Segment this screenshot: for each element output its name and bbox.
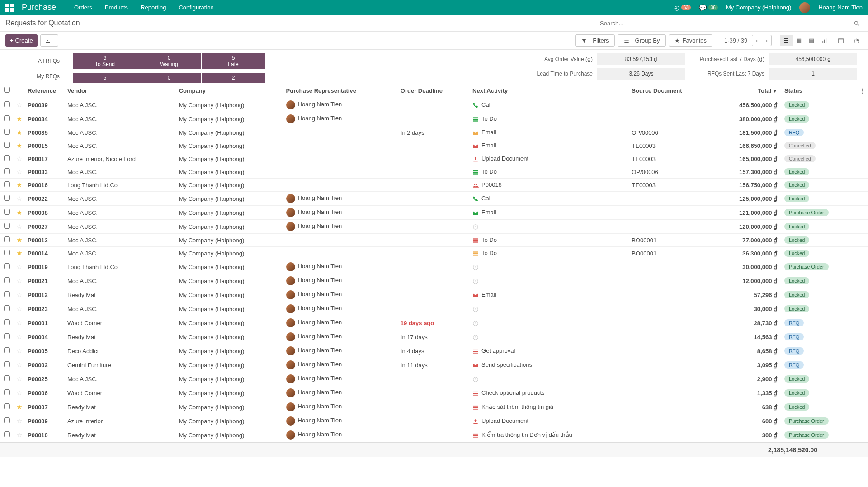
table-row[interactable]: ☆ P00022 Moc A JSC. My Company (Haiphong… [0,192,868,206]
group-icon[interactable] [472,182,479,189]
star-toggle[interactable]: ☆ [14,192,25,206]
row-checkbox[interactable] [4,389,10,395]
col-company[interactable]: Company [176,83,283,98]
star-toggle[interactable]: ☆ [14,414,25,428]
table-row[interactable]: ☆ P00017 Azure Interior, Nicole Ford My … [0,152,868,165]
row-checkbox[interactable] [4,403,10,409]
row-checkbox[interactable] [4,129,10,135]
table-row[interactable]: ☆ P00027 Moc A JSC. My Company (Haiphong… [0,220,868,234]
row-checkbox[interactable] [4,277,10,283]
table-row[interactable]: ☆ P00033 Moc A JSC. My Company (Haiphong… [0,165,868,179]
view-calendar-icon[interactable] [834,35,850,47]
menu-configuration[interactable]: Configuration [179,4,213,11]
company-selector[interactable]: My Company (Haiphong) [726,4,792,11]
star-toggle[interactable]: ☆ [14,98,25,112]
table-row[interactable]: ★ P00014 Moc A JSC. My Company (Haiphong… [0,247,868,260]
list-icon[interactable] [472,348,479,355]
clock-icon[interactable] [472,320,479,326]
list-icon[interactable] [472,390,479,397]
row-checkbox[interactable] [4,142,10,148]
menu-products[interactable]: Products [105,4,128,11]
clock-icon[interactable] [472,278,479,284]
row-checkbox[interactable] [4,333,10,339]
star-toggle[interactable]: ★ [14,179,25,192]
view-activity-icon[interactable]: ◔ [850,35,863,46]
view-list-icon[interactable]: ☰ [780,35,793,46]
table-row[interactable]: ☆ P00019 Long Thanh Ltd.Co My Company (H… [0,260,868,274]
phone-icon[interactable] [472,196,479,202]
table-row[interactable]: ☆ P00021 Moc A JSC. My Company (Haiphong… [0,274,868,288]
table-row[interactable]: ☆ P00023 Moc A JSC. My Company (Haiphong… [0,302,868,316]
menu-orders[interactable]: Orders [74,4,92,11]
filters-button[interactable]: Filters [575,34,614,47]
star-toggle[interactable]: ☆ [14,260,25,274]
favorites-button[interactable]: ★ Favorites [669,34,712,47]
table-row[interactable]: ☆ P00010 Ready Mat My Company (Haiphong)… [0,428,868,442]
star-toggle[interactable]: ★ [14,112,25,126]
export-button[interactable] [40,34,58,47]
envelope-icon[interactable] [472,130,479,136]
table-row[interactable]: ★ P00013 Moc A JSC. My Company (Haiphong… [0,234,868,247]
star-toggle[interactable]: ☆ [14,302,25,316]
row-checkbox[interactable] [4,181,10,187]
user-avatar[interactable] [799,2,810,13]
row-checkbox[interactable] [4,375,10,381]
star-toggle[interactable]: ★ [14,400,25,414]
view-pivot-icon[interactable]: ▤ [805,35,818,46]
todo-icon[interactable] [472,169,479,175]
star-toggle[interactable]: ☆ [14,330,25,344]
dash-my-box-1[interactable]: 0 [137,73,201,83]
star-toggle[interactable]: ★ [14,234,25,247]
dash-box-late[interactable]: 5 Late [202,53,265,69]
star-toggle[interactable]: ☆ [14,165,25,179]
row-checkbox[interactable] [4,291,10,297]
view-graph-icon[interactable] [818,35,834,47]
row-checkbox[interactable] [4,417,10,423]
star-toggle[interactable]: ☆ [14,288,25,302]
star-toggle[interactable]: ☆ [14,274,25,288]
user-name[interactable]: Hoang Nam Tien [818,4,863,11]
col-rep[interactable]: Purchase Representative [283,83,398,98]
table-row[interactable]: ☆ P00012 Ready Mat My Company (Haiphong)… [0,288,868,302]
clock-icon[interactable] [472,376,479,383]
col-source[interactable]: Source Document [629,83,713,98]
star-toggle[interactable]: ☆ [14,220,25,234]
row-checkbox[interactable] [4,361,10,367]
table-row[interactable]: ☆ P00006 Wood Corner My Company (Haiphon… [0,386,868,400]
row-checkbox[interactable] [4,305,10,311]
row-checkbox[interactable] [4,263,10,269]
groupby-button[interactable]: Group By [618,34,666,47]
table-row[interactable]: ☆ P00039 Moc A JSC. My Company (Haiphong… [0,98,868,112]
star-toggle[interactable]: ☆ [14,428,25,442]
row-checkbox[interactable] [4,347,10,353]
star-toggle[interactable]: ☆ [14,358,25,372]
phone-icon[interactable] [472,102,479,109]
dash-my-box-2[interactable]: 2 [202,73,265,83]
dash-box-waiting[interactable]: 0 Waiting [137,53,201,69]
table-row[interactable]: ☆ P00002 Gemini Furniture My Company (Ha… [0,358,868,372]
star-toggle[interactable]: ★ [14,139,25,152]
star-toggle[interactable]: ☆ [14,386,25,400]
star-toggle[interactable]: ☆ [14,152,25,165]
todo-icon[interactable] [472,237,479,244]
col-activity[interactable]: Next Activity [470,83,629,98]
todo-icon[interactable] [472,251,479,257]
row-checkbox[interactable] [4,209,10,215]
clock-icon[interactable] [472,224,479,230]
star-toggle[interactable]: ☆ [14,344,25,358]
table-row[interactable]: ☆ P00005 Deco Addict My Company (Haiphon… [0,344,868,358]
create-button[interactable]: +Create [5,34,38,47]
row-checkbox[interactable] [4,195,10,201]
row-checkbox[interactable] [4,250,10,255]
view-kanban-icon[interactable]: ▦ [793,35,805,46]
envelope-icon[interactable] [472,362,479,369]
row-checkbox[interactable] [4,431,10,437]
upload-icon[interactable] [472,418,479,425]
pager-next[interactable]: › [762,35,771,46]
list-icon[interactable] [472,404,479,411]
star-toggle[interactable]: ★ [14,206,25,220]
clock-icon[interactable] [472,334,479,340]
table-row[interactable]: ☆ P00025 Moc A JSC. My Company (Haiphong… [0,372,868,386]
apps-icon[interactable] [5,4,14,12]
star-toggle[interactable]: ☆ [14,316,25,330]
